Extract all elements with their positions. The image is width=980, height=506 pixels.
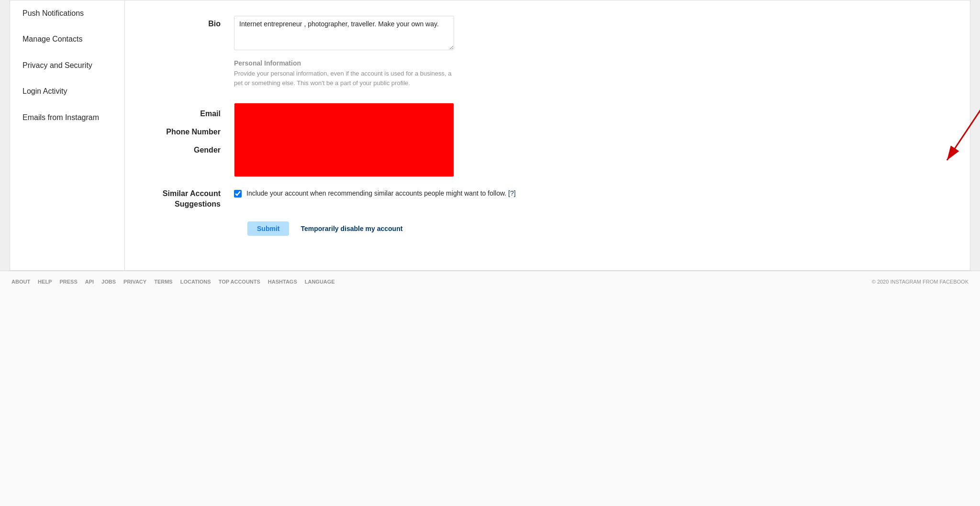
personal-info-label-spacer <box>148 59 234 63</box>
footer-link[interactable]: PRESS <box>59 279 77 285</box>
personal-info-section: Personal Information Provide your person… <box>234 59 947 95</box>
personal-info-title: Personal Information <box>234 59 454 67</box>
footer-link[interactable]: LANGUAGE <box>305 279 335 285</box>
footer-link[interactable]: API <box>85 279 94 285</box>
footer-link[interactable]: HELP <box>38 279 52 285</box>
similar-account-text: Include your account when recommending s… <box>246 188 516 198</box>
svg-line-1 <box>947 74 980 160</box>
sidebar-item-emails-from-instagram[interactable]: Emails from Instagram <box>10 105 124 131</box>
main-content: Bio Internet entrepreneur , photographer… <box>125 0 970 270</box>
phone-label: Phone Number <box>148 128 234 136</box>
submit-row: Submit Temporarily disable my account <box>247 221 947 236</box>
redacted-block-wrapper <box>234 103 947 177</box>
footer-link[interactable]: ABOUT <box>11 279 30 285</box>
bio-row: Bio Internet entrepreneur , photographer… <box>148 16 947 52</box>
email-label: Email <box>148 103 234 118</box>
submit-button[interactable]: Submit <box>247 221 289 236</box>
footer-copyright: © 2020 INSTAGRAM FROM FACEBOOK <box>872 279 969 285</box>
sidebar-item-login-activity[interactable]: Login Activity <box>10 78 124 104</box>
sidebar-item-push-notifications[interactable]: Push Notifications <box>10 0 124 26</box>
footer-link[interactable]: TOP ACCOUNTS <box>219 279 260 285</box>
sidebar: Push Notifications Manage Contacts Priva… <box>10 0 125 270</box>
personal-info-row: Personal Information Provide your person… <box>148 59 947 95</box>
footer-link[interactable]: HASHTAGS <box>268 279 297 285</box>
footer-link[interactable]: LOCATIONS <box>180 279 211 285</box>
bio-label: Bio <box>148 16 234 28</box>
footer: ABOUTHELPPRESSAPIJOBSPRIVACYTERMSLOCATIO… <box>0 271 980 292</box>
sidebar-item-manage-contacts[interactable]: Manage Contacts <box>10 26 124 52</box>
footer-link[interactable]: TERMS <box>154 279 173 285</box>
gender-label: Gender <box>148 146 234 154</box>
similar-account-row: Similar Account Suggestions Include your… <box>148 188 947 210</box>
similar-account-label: Similar Account Suggestions <box>148 188 234 210</box>
bio-textarea[interactable]: Internet entrepreneur , photographer, tr… <box>234 16 454 50</box>
personal-info-desc: Provide your personal information, even … <box>234 69 454 88</box>
footer-link[interactable]: PRIVACY <box>123 279 146 285</box>
similar-account-checkbox[interactable] <box>234 190 242 198</box>
redacted-block <box>234 103 454 177</box>
footer-link[interactable]: JOBS <box>101 279 116 285</box>
footer-links: ABOUTHELPPRESSAPIJOBSPRIVACYTERMSLOCATIO… <box>11 279 335 285</box>
bio-field: Internet entrepreneur , photographer, tr… <box>234 16 947 52</box>
similar-account-help-link[interactable]: [?] <box>508 189 516 197</box>
redacted-fields-row: Email Phone Number Gender <box>148 103 947 177</box>
disable-account-link[interactable]: Temporarily disable my account <box>301 225 402 232</box>
similar-account-field: Include your account when recommending s… <box>234 188 947 198</box>
sidebar-item-privacy-and-security[interactable]: Privacy and Security <box>10 53 124 78</box>
